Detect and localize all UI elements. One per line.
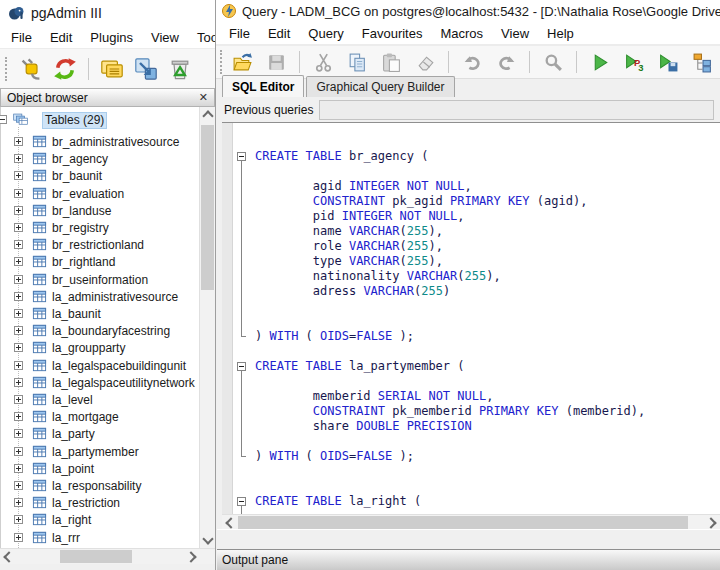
toolbar-grip-handle[interactable]: [5, 57, 11, 81]
query-toolbar-icons: P3?: [227, 47, 720, 77]
scroll-right-icon[interactable]: [185, 549, 200, 564]
code-line: pid INTEGER NOT NULL,: [255, 209, 465, 224]
scroll-up-icon[interactable]: [200, 107, 215, 122]
execute-pgscript-icon[interactable]: P3: [619, 47, 649, 77]
tree-item-label: la_groupparty: [52, 341, 125, 356]
menu-item-file[interactable]: File: [220, 26, 259, 41]
sql-editor[interactable]: CREATE TABLE br_agency ( agid INTEGER NO…: [222, 122, 720, 515]
menu-item-file[interactable]: File: [2, 30, 41, 45]
toolbar-grip-handle[interactable]: [220, 50, 222, 74]
connect-plug-icon[interactable]: [16, 54, 46, 84]
sql-window-icon[interactable]: [131, 54, 161, 84]
tree-horizontal-scrollbar-thumb[interactable]: [60, 550, 132, 563]
sql-code: CREATE TABLE br_agency ( agid INTEGER NO…: [255, 123, 720, 515]
previous-queries-combo[interactable]: [319, 100, 714, 120]
execute-icon[interactable]: [585, 47, 615, 77]
expand-icon[interactable]: [14, 429, 23, 438]
menu-item-edit[interactable]: Edit: [41, 30, 81, 45]
editor-horizontal-scrollbar[interactable]: [222, 514, 720, 530]
editor-horizontal-scrollbar-thumb[interactable]: [238, 516, 688, 529]
table-icon: [32, 134, 47, 149]
table-icon: [32, 289, 47, 304]
table-icon: [32, 151, 47, 166]
table-icon: [32, 340, 47, 355]
collapse-icon[interactable]: [0, 115, 7, 124]
table-icon: [32, 495, 47, 510]
pgadmin-toolbar-icons: [16, 54, 195, 84]
menu-item-plugins[interactable]: Plugins: [81, 30, 142, 45]
expand-icon[interactable]: [14, 395, 23, 404]
expand-icon[interactable]: [14, 275, 23, 284]
expand-icon[interactable]: [14, 515, 23, 524]
copy-icon[interactable]: [342, 47, 372, 77]
menu-item-favourites[interactable]: Favourites: [353, 26, 432, 41]
folders-icon[interactable]: [97, 54, 127, 84]
tree-item-label: br_restrictionland: [52, 238, 144, 253]
expand-icon[interactable]: [14, 171, 23, 180]
pgadmin-titlebar: pgAdmin III: [0, 0, 222, 26]
scroll-right-icon[interactable]: [705, 515, 720, 530]
scroll-left-icon[interactable]: [222, 515, 237, 530]
expand-icon[interactable]: [14, 343, 23, 352]
tab-sql-editor[interactable]: SQL Editor: [222, 75, 304, 97]
code-line: memberid SERIAL NOT NULL,: [255, 389, 493, 404]
menu-item-edit[interactable]: Edit: [259, 26, 299, 41]
expand-icon[interactable]: [14, 533, 23, 542]
expand-icon[interactable]: [14, 378, 23, 387]
table-icon: [32, 237, 47, 252]
fold-guide-corner: [241, 336, 246, 337]
fold-collapse-icon[interactable]: [237, 152, 246, 161]
expand-icon[interactable]: [14, 447, 23, 456]
fold-collapse-icon[interactable]: [237, 362, 246, 371]
menu-item-view[interactable]: View: [492, 26, 538, 41]
expand-icon[interactable]: [14, 309, 23, 318]
expand-icon[interactable]: [14, 412, 23, 421]
expand-icon[interactable]: [14, 326, 23, 335]
expand-icon[interactable]: [14, 292, 23, 301]
tree-horizontal-scrollbar[interactable]: [0, 548, 215, 564]
expand-icon[interactable]: [14, 206, 23, 215]
tree-item-label: la_restriction: [52, 496, 120, 511]
expand-icon[interactable]: [14, 498, 23, 507]
expand-icon[interactable]: [14, 464, 23, 473]
scroll-down-icon[interactable]: [200, 533, 215, 548]
expand-icon[interactable]: [14, 257, 23, 266]
close-icon[interactable]: ✕: [199, 91, 208, 104]
tree-item-label: br_landuse: [52, 204, 111, 219]
tree-item-label: br_administrativesource: [52, 135, 179, 150]
code-line: CREATE TABLE la_right (: [255, 494, 421, 509]
code-line: natinonality VARCHAR(255),: [255, 269, 501, 284]
table-icon: [32, 203, 47, 218]
table-icon: [32, 478, 47, 493]
expand-icon[interactable]: [14, 189, 23, 198]
paste-icon: [376, 47, 406, 77]
open-file-icon[interactable]: [227, 47, 257, 77]
toolbar-separator: [299, 51, 300, 73]
toolbar-separator: [88, 58, 89, 80]
fold-collapse-icon[interactable]: [237, 497, 246, 506]
explain-icon[interactable]: [687, 47, 717, 77]
tree-item-label: Tables (29): [43, 113, 106, 128]
expand-icon[interactable]: [14, 361, 23, 370]
tab-graphical-query-builder[interactable]: Graphical Query Builder: [306, 76, 454, 97]
tree-vertical-scrollbar[interactable]: [199, 107, 215, 548]
expand-icon[interactable]: [14, 154, 23, 163]
menu-item-help[interactable]: Help: [538, 26, 583, 41]
menu-item-query[interactable]: Query: [299, 26, 352, 41]
pane-splitter[interactable]: [217, 529, 720, 550]
expand-icon[interactable]: [14, 223, 23, 232]
tree-item-label: la_responsability: [52, 479, 141, 494]
object-browser-tree: Tables (29)br_administrativesourcebr_age…: [0, 107, 215, 548]
scroll-left-icon[interactable]: [0, 549, 15, 564]
tree-vertical-scrollbar-thumb[interactable]: [201, 125, 214, 290]
refresh-icon[interactable]: [50, 54, 80, 84]
trash-recycle-icon[interactable]: [165, 54, 195, 84]
tree-item-label: la_partymember: [52, 445, 139, 460]
window-title: Query - LADM_BCG on postgres@localhost:5…: [242, 4, 720, 19]
expand-icon[interactable]: [14, 481, 23, 490]
expand-icon[interactable]: [14, 240, 23, 249]
execute-to-file-icon[interactable]: [653, 47, 683, 77]
expand-icon[interactable]: [14, 137, 23, 146]
menu-item-view[interactable]: View: [142, 30, 188, 45]
menu-item-macros[interactable]: Macros: [431, 26, 492, 41]
